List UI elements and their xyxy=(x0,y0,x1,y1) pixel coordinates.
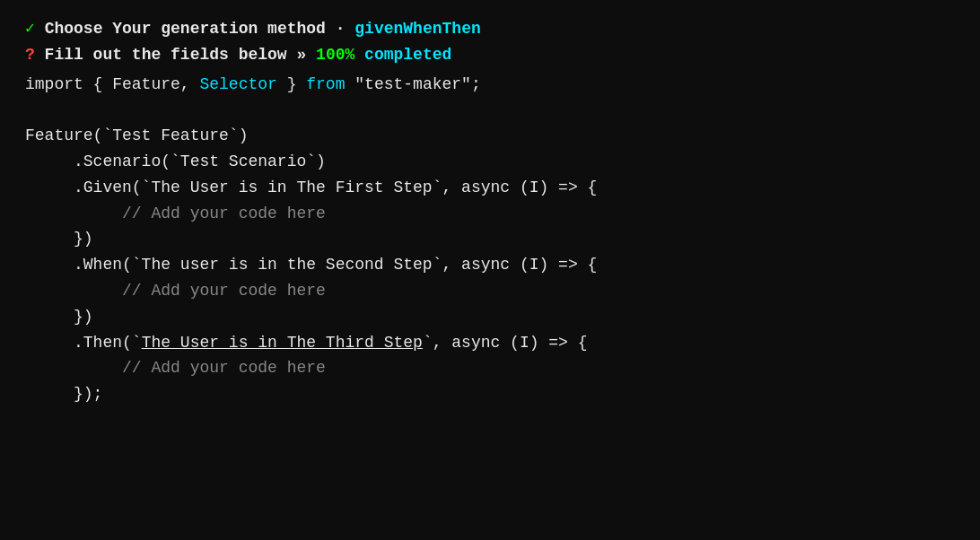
when-close-line: }) xyxy=(25,304,955,330)
given-comment-line: // Add your code here xyxy=(25,201,955,227)
then-close-line: }); xyxy=(25,381,955,407)
given-close-line: }) xyxy=(25,226,955,252)
selector-keyword: Selector xyxy=(199,72,276,98)
feature-call-text: Feature(`Test Feature`) xyxy=(25,123,248,149)
then-comment-line: // Add your code here xyxy=(25,355,955,381)
then-comment-text: // Add your code here xyxy=(25,355,326,381)
scenario-text: .Scenario(`Test Scenario`) xyxy=(25,149,326,175)
when-comment-line: // Add your code here xyxy=(25,278,955,304)
feature-call-line: Feature(`Test Feature`) xyxy=(25,123,955,149)
then-suffix: `, async (I) => { xyxy=(423,330,588,356)
then-step-text: The User is in The Third Step xyxy=(142,330,423,356)
choose-method-text: Choose Your generation method · xyxy=(35,16,354,42)
checkmark-icon: ✓ xyxy=(25,16,35,42)
arrow-text: » xyxy=(296,42,316,68)
import-line: import { Feature, Selector } from "test-… xyxy=(25,72,955,98)
when-comment-text: // Add your code here xyxy=(25,278,326,304)
when-close-text: }) xyxy=(25,304,93,330)
then-line: .Then(`The User is in The Third Step`, a… xyxy=(25,330,955,356)
from-keyword: from xyxy=(306,72,345,98)
completed-text: completed xyxy=(354,42,451,68)
when-line: .When(`The user is in the Second Step`, … xyxy=(25,252,955,278)
percent-text: 100% xyxy=(316,42,354,68)
given-close-text: }) xyxy=(25,226,93,252)
method-name: givenWhenThen xyxy=(354,16,480,42)
import-text3: "test-maker"; xyxy=(345,72,480,98)
code-block: import { Feature, Selector } from "test-… xyxy=(25,72,955,407)
given-text: .Given(`The User is in The First Step`, … xyxy=(25,175,597,201)
header-line2: ? Fill out the fields below » 100% compl… xyxy=(25,42,955,68)
then-prefix: .Then(` xyxy=(25,330,142,356)
question-mark: ? xyxy=(25,42,35,68)
then-close-text: }); xyxy=(25,381,102,407)
given-line: .Given(`The User is in The First Step`, … xyxy=(25,175,955,201)
import-text: import { Feature, xyxy=(25,72,199,98)
header-line1: ✓ Choose Your generation method · givenW… xyxy=(25,16,955,42)
fill-fields-text: Fill out the fields below xyxy=(35,42,297,68)
import-text2: } xyxy=(277,72,306,98)
scenario-line: .Scenario(`Test Scenario`) xyxy=(25,149,955,175)
given-comment-text: // Add your code here xyxy=(25,201,326,227)
blank-line1 xyxy=(25,97,955,123)
when-text: .When(`The user is in the Second Step`, … xyxy=(25,252,597,278)
